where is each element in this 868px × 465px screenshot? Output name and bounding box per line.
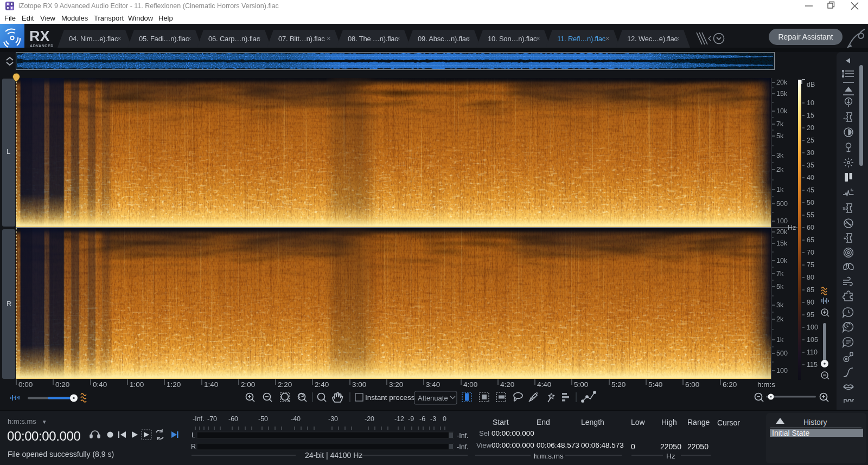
- svg-text:-Inf.: -Inf.: [457, 432, 469, 440]
- svg-text:L: L: [192, 431, 195, 439]
- svg-text:75: 75: [807, 261, 814, 269]
- svg-text:1k: 1k: [776, 336, 784, 344]
- svg-text:00:06:48.573: 00:06:48.573: [537, 441, 579, 449]
- svg-text:Hz: Hz: [666, 452, 675, 460]
- svg-text:Attenuate: Attenuate: [418, 394, 448, 402]
- svg-text:6:00: 6:00: [685, 380, 699, 389]
- svg-text:15k: 15k: [776, 90, 788, 98]
- svg-text:Ss: Ss: [843, 206, 847, 211]
- svg-text:dB: dB: [807, 81, 815, 88]
- svg-text:0:20: 0:20: [55, 380, 69, 389]
- svg-text:5:40: 5:40: [648, 380, 662, 389]
- svg-text:High: High: [661, 418, 677, 427]
- svg-text:0:40: 0:40: [93, 380, 107, 389]
- svg-text:15: 15: [807, 112, 814, 119]
- svg-text:25: 25: [807, 137, 814, 144]
- svg-text:2k: 2k: [776, 315, 784, 323]
- svg-text:1:40: 1:40: [204, 380, 218, 389]
- svg-text:-50: -50: [258, 415, 268, 423]
- svg-text:22050: 22050: [687, 442, 709, 451]
- svg-text:0: 0: [631, 442, 635, 451]
- svg-text:Low: Low: [631, 418, 646, 427]
- svg-text:4:20: 4:20: [500, 380, 514, 389]
- svg-text:Hz: Hz: [788, 224, 796, 231]
- svg-text:20: 20: [807, 124, 814, 132]
- svg-text:1:20: 1:20: [167, 380, 181, 389]
- svg-text:-20: -20: [365, 415, 374, 423]
- svg-text:2:20: 2:20: [278, 380, 292, 389]
- svg-text:Length: Length: [581, 418, 604, 427]
- svg-text:80: 80: [807, 274, 814, 281]
- svg-text:Instant process: Instant process: [365, 393, 415, 402]
- svg-text:3:00: 3:00: [352, 380, 366, 389]
- svg-text:3k: 3k: [776, 152, 784, 159]
- svg-text:70: 70: [807, 249, 814, 256]
- svg-text:0: 0: [443, 415, 446, 423]
- svg-text:-6: -6: [419, 415, 425, 423]
- svg-text:5:00: 5:00: [574, 380, 588, 389]
- svg-text:10k: 10k: [776, 257, 788, 264]
- svg-text:110: 110: [807, 348, 818, 356]
- svg-text:35: 35: [807, 162, 814, 169]
- svg-text:40: 40: [807, 174, 814, 182]
- svg-text:View: View: [476, 441, 492, 449]
- svg-text:500: 500: [776, 350, 788, 357]
- svg-text:2:40: 2:40: [315, 380, 329, 389]
- svg-text:60: 60: [807, 224, 814, 231]
- svg-text:85: 85: [807, 286, 814, 294]
- svg-text:Start: Start: [493, 418, 509, 427]
- svg-text:10k: 10k: [776, 107, 788, 115]
- svg-text:65: 65: [807, 236, 814, 244]
- svg-text:4:40: 4:40: [537, 380, 551, 389]
- svg-text:-60: -60: [228, 415, 238, 423]
- svg-text:3:40: 3:40: [426, 380, 440, 389]
- svg-text:7k: 7k: [776, 270, 784, 277]
- svg-text:105: 105: [807, 336, 818, 344]
- svg-text:100: 100: [776, 217, 788, 225]
- svg-text:115: 115: [807, 361, 818, 369]
- svg-text:00:06:48.573: 00:06:48.573: [581, 441, 624, 449]
- svg-text:95: 95: [807, 311, 814, 319]
- svg-text:1:00: 1:00: [130, 380, 144, 389]
- svg-text:h:m:s.ms: h:m:s.ms: [534, 452, 564, 460]
- svg-text:24-bit | 44100 Hz: 24-bit | 44100 Hz: [305, 451, 362, 460]
- svg-text:5k: 5k: [776, 283, 784, 290]
- svg-text:500: 500: [776, 200, 788, 208]
- svg-text:10: 10: [807, 99, 814, 107]
- svg-text:h:m:s: h:m:s: [757, 380, 775, 389]
- svg-text:5k: 5k: [776, 132, 784, 140]
- svg-text:Range: Range: [687, 418, 710, 427]
- svg-text:2:00: 2:00: [241, 380, 255, 389]
- svg-text:-Inf.: -Inf.: [457, 443, 469, 451]
- svg-text:2k: 2k: [776, 166, 784, 173]
- svg-text:4:00: 4:00: [463, 380, 477, 389]
- svg-text:55: 55: [807, 211, 814, 219]
- svg-text:50: 50: [807, 199, 814, 206]
- svg-text:15k: 15k: [776, 240, 788, 247]
- svg-text:00:00:00.000: 00:00:00.000: [492, 441, 534, 449]
- svg-text:-30: -30: [328, 415, 338, 423]
- svg-text:0:00: 0:00: [18, 380, 33, 389]
- svg-text:-12: -12: [394, 415, 404, 423]
- svg-text:Sel: Sel: [479, 429, 489, 437]
- svg-text:45: 45: [807, 186, 814, 194]
- svg-text:20k: 20k: [776, 79, 788, 86]
- svg-text:-9: -9: [408, 415, 414, 423]
- svg-text:-40: -40: [291, 415, 301, 423]
- svg-text:20k: 20k: [776, 228, 788, 236]
- svg-text:End: End: [537, 418, 550, 427]
- svg-text:100: 100: [776, 367, 788, 374]
- svg-text:3:20: 3:20: [389, 380, 403, 389]
- svg-text:6:20: 6:20: [723, 380, 737, 389]
- svg-text:-Inf.: -Inf.: [193, 415, 205, 423]
- svg-text:-70: -70: [207, 415, 217, 423]
- svg-text:00:00:00.000: 00:00:00.000: [492, 429, 534, 437]
- svg-text:1k: 1k: [776, 186, 784, 193]
- svg-text:R: R: [191, 443, 196, 450]
- svg-text:90: 90: [807, 299, 814, 306]
- svg-text:30: 30: [807, 149, 814, 157]
- svg-text:5:20: 5:20: [611, 380, 626, 389]
- svg-text:-3: -3: [430, 415, 436, 423]
- svg-text:3k: 3k: [776, 301, 784, 309]
- svg-text:22050: 22050: [660, 442, 681, 451]
